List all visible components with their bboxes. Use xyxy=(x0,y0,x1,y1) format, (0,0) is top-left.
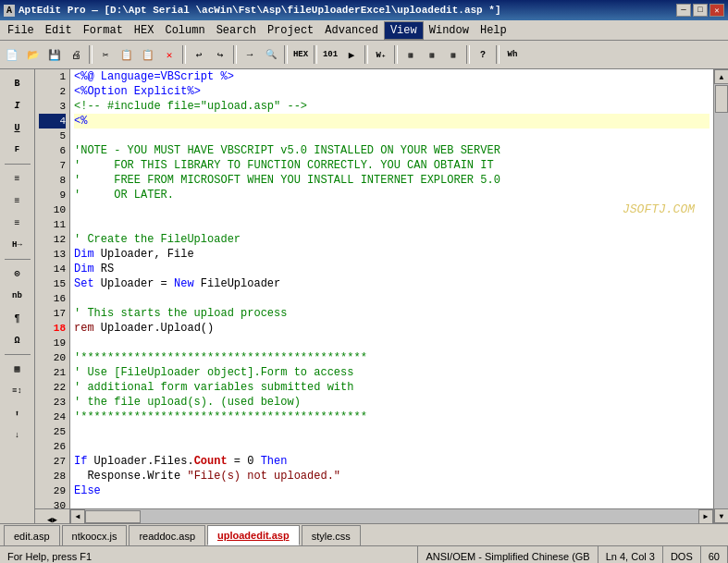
code-line-22[interactable]: ' additional form variables submitted wi… xyxy=(74,380,709,395)
code-line-6[interactable]: 'NOTE - YOU MUST HAVE VBSCRIPT v5.0 INST… xyxy=(74,143,709,158)
code-line-3[interactable]: <!-- #include file="upload.asp" --> xyxy=(74,99,709,114)
code-line-11[interactable] xyxy=(74,217,709,232)
tb-101[interactable]: 101 xyxy=(320,44,340,65)
tab-ntkoocx[interactable]: ntkoocx.js xyxy=(62,525,128,545)
tab-edit-asp[interactable]: edit.asp xyxy=(4,525,60,545)
tb-cut[interactable]: ✂ xyxy=(95,44,116,65)
code-lines[interactable]: JSOFTJ.COM <%@ Language=VBScript %> <%Op… xyxy=(70,69,713,508)
menu-project[interactable]: Project xyxy=(262,22,319,39)
tb-delete[interactable]: ✕ xyxy=(159,44,179,65)
h-scrollbar[interactable]: ◀ ▶ xyxy=(70,509,713,523)
code-line-4[interactable]: <% xyxy=(74,114,709,129)
v-scroll-thumb[interactable] xyxy=(715,85,728,113)
h-scroll-track[interactable] xyxy=(85,509,698,523)
tb-col3[interactable]: ▦ xyxy=(443,44,463,65)
tb-search[interactable]: 🔍 xyxy=(261,44,281,65)
tb-wh[interactable]: Wh xyxy=(502,44,523,65)
menu-column[interactable]: Column xyxy=(159,22,210,39)
icon-para[interactable]: ¶ xyxy=(5,308,31,328)
h-scroll-thumb[interactable] xyxy=(85,510,141,523)
menu-format[interactable]: Format xyxy=(78,22,129,39)
menu-file[interactable]: File xyxy=(2,22,40,39)
tab-style-css[interactable]: style.css xyxy=(302,525,361,545)
code-line-8[interactable]: ' FREE FROM MICROSOFT WHEN YOU INSTALL I… xyxy=(74,173,709,188)
icon-nb[interactable]: nb xyxy=(5,286,31,306)
icon-align-right[interactable]: ≡ xyxy=(5,213,31,233)
menu-window[interactable]: Window xyxy=(424,22,475,39)
code-line-26[interactable] xyxy=(74,439,709,454)
icon-image[interactable]: ▦ xyxy=(5,359,31,379)
code-line-20[interactable]: '***************************************… xyxy=(74,350,709,365)
tb-copy[interactable]: 📋 xyxy=(117,44,137,65)
icon-list[interactable]: ≡↕ xyxy=(5,381,31,401)
tab-readdoc[interactable]: readdoc.asp xyxy=(129,525,205,545)
menu-search[interactable]: Search xyxy=(211,22,262,39)
code-line-14[interactable]: Dim RS xyxy=(74,262,709,276)
code-line-27[interactable]: If Uploader.Files.Count = 0 Then xyxy=(74,454,709,469)
tb-help[interactable]: ? xyxy=(473,44,493,65)
minimize-button[interactable]: ─ xyxy=(676,4,691,17)
v-scroll-down[interactable]: ▼ xyxy=(714,508,728,523)
status-extra: 60 xyxy=(701,546,728,563)
icon-align-left[interactable]: ≡ xyxy=(5,168,31,189)
icon-align-center[interactable]: ≡ xyxy=(5,190,31,211)
code-line-17[interactable]: ' This starts the upload process xyxy=(74,306,709,321)
v-scrollbar[interactable]: ▲ ▼ xyxy=(713,69,728,523)
icon-symbol[interactable]: ⊙ xyxy=(5,263,31,284)
code-line-5[interactable] xyxy=(74,129,709,143)
tb-goto[interactable]: → xyxy=(240,44,260,65)
icon-italic[interactable]: I xyxy=(5,95,31,116)
maximize-button[interactable]: □ xyxy=(693,4,708,17)
tb-word[interactable]: W₊ xyxy=(371,44,391,65)
icon-omega[interactable]: Ω xyxy=(5,330,31,350)
code-line-30[interactable] xyxy=(74,498,709,508)
code-line-18[interactable]: rem Uploader.Upload() xyxy=(74,321,709,336)
v-scroll-track[interactable] xyxy=(714,84,728,508)
icon-underline[interactable]: U xyxy=(5,117,31,138)
tb-col2[interactable]: ▦ xyxy=(422,44,442,65)
code-line-12[interactable]: ' Create the FileUploader xyxy=(74,232,709,247)
tb-col1[interactable]: ▦ xyxy=(401,44,421,65)
code-line-7[interactable]: ' FOR THIS LIBRARY TO FUNCTION CORRECTLY… xyxy=(74,158,709,173)
tb-print[interactable]: 🖨 xyxy=(66,44,86,65)
code-line-13[interactable]: Dim Uploader, File xyxy=(74,247,709,262)
menu-hex[interactable]: HEX xyxy=(129,22,160,39)
tb-redo[interactable]: ↪ xyxy=(210,44,230,65)
icon-font[interactable]: F xyxy=(5,140,31,160)
code-line-10[interactable] xyxy=(74,202,709,217)
code-line-28[interactable]: Response.Write "File(s) not uploaded." xyxy=(74,469,709,483)
menu-edit[interactable]: Edit xyxy=(40,22,78,39)
tb-undo[interactable]: ↩ xyxy=(189,44,209,65)
line-num-14: 14 xyxy=(39,262,66,276)
h-scroll-right[interactable]: ▶ xyxy=(698,509,713,523)
code-line-16[interactable] xyxy=(74,291,709,306)
code-line-25[interactable] xyxy=(74,424,709,439)
code-line-23[interactable]: ' the file upload(s). (used below) xyxy=(74,395,709,410)
tb-new[interactable]: 📄 xyxy=(2,44,22,65)
close-button[interactable]: ✕ xyxy=(709,4,724,17)
icon-down[interactable]: ↓ xyxy=(5,425,31,446)
tb-run[interactable]: ▶ xyxy=(341,44,362,65)
menu-help[interactable]: Help xyxy=(475,22,512,39)
icon-bold[interactable]: B xyxy=(5,73,31,93)
code-line-2[interactable]: <%Option Explicit%> xyxy=(74,84,709,99)
h-scroll-left[interactable]: ◀ xyxy=(70,509,85,523)
editor-content[interactable]: 1 2 3 4 5 6 7 8 9 10 11 12 13 14 15 16 1 xyxy=(35,69,713,508)
tb-open[interactable]: 📂 xyxy=(23,44,43,65)
tb-save[interactable]: 💾 xyxy=(44,44,65,65)
menu-advanced[interactable]: Advanced xyxy=(319,22,384,39)
v-scroll-up[interactable]: ▲ xyxy=(714,69,728,84)
icon-up[interactable]: ⬆ xyxy=(5,403,31,423)
icon-heading[interactable]: H→ xyxy=(5,235,31,255)
tb-paste[interactable]: 📋 xyxy=(138,44,158,65)
tb-hex[interactable]: HEX xyxy=(290,44,311,65)
tab-uploadedit[interactable]: uploadedit.asp xyxy=(207,525,300,545)
code-line-24[interactable]: '***************************************… xyxy=(74,410,709,424)
code-line-1[interactable]: <%@ Language=VBScript %> xyxy=(74,69,709,84)
code-line-29[interactable]: Else xyxy=(74,483,709,498)
code-line-19[interactable] xyxy=(74,336,709,350)
code-line-15[interactable]: Set Uploader = New FileUploader xyxy=(74,276,709,291)
menu-view[interactable]: View xyxy=(384,21,424,40)
code-line-9[interactable]: ' OR LATER. xyxy=(74,188,709,202)
code-line-21[interactable]: ' Use [FileUploader object].Form to acce… xyxy=(74,365,709,380)
